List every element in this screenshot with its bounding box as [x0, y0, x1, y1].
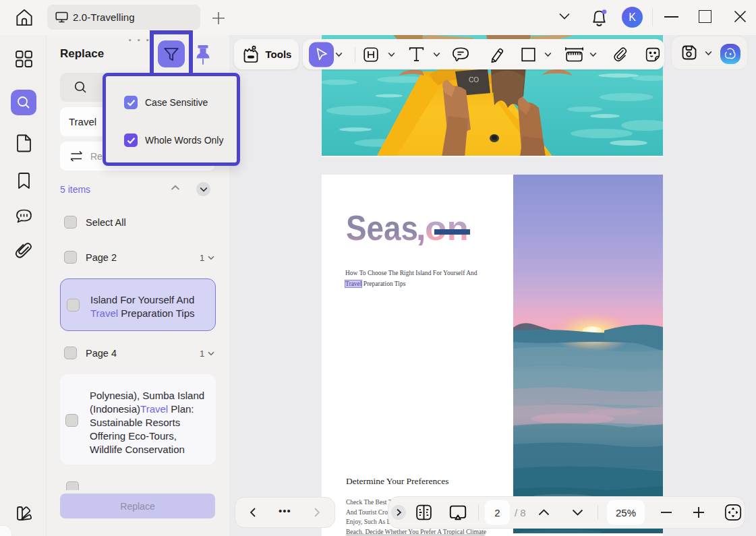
- svg-text:CO: CO: [469, 76, 479, 84]
